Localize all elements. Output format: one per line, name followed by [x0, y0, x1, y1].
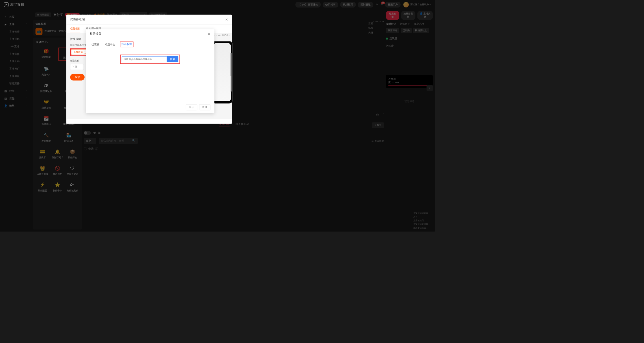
merchant-input[interactable]	[122, 56, 167, 62]
modal1-tab-distribute[interactable]: 权益投放	[70, 25, 80, 33]
scroll-thumb[interactable]	[230, 53, 232, 76]
select-rights-label: 选择权益	[74, 51, 83, 54]
scrollbar[interactable]	[230, 53, 232, 92]
modal2-title: 权益设置	[90, 32, 102, 36]
merchant-search: 搜索	[122, 56, 178, 62]
close-icon[interactable]: ✕	[225, 17, 228, 22]
cancel-button[interactable]: 取消	[199, 104, 210, 110]
close-icon[interactable]: ✕	[208, 32, 210, 36]
modal2-tab-merchant[interactable]: 招商权益	[122, 42, 132, 46]
modal2-tab-center[interactable]: 权益中心	[105, 42, 115, 47]
condition-select[interactable]: 不限	[70, 64, 84, 70]
search-button[interactable]: 搜索	[167, 56, 178, 62]
modal1-title: 优惠券红包	[70, 17, 85, 22]
rights-settings-modal: 权益设置 ✕ 优惠券 权益中心 招商权益 搜索 确认 取消	[86, 29, 214, 113]
distribute-button[interactable]: 投放	[70, 74, 85, 81]
condition-value: 不限	[72, 66, 77, 68]
modal2-tab-coupon[interactable]: 优惠券	[92, 42, 99, 47]
phone-preview	[211, 41, 233, 103]
confirm-button[interactable]: 确认	[186, 104, 197, 110]
